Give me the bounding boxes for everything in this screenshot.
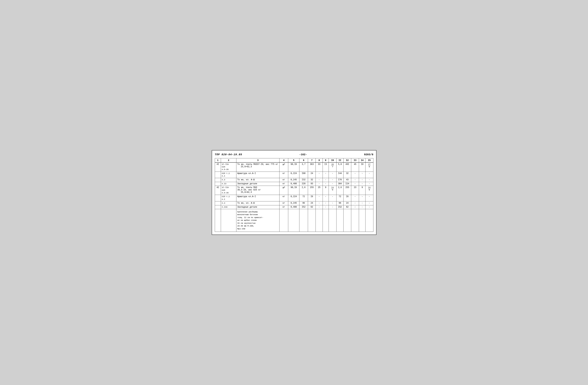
page: ТПР 820-04-19.85 -162- 9203/8 1 2 3 4 5 … xyxy=(212,150,377,235)
row-col10: - xyxy=(329,182,336,186)
row-col7: I6 xyxy=(308,195,316,202)
row-col12: 24 xyxy=(343,202,351,205)
row-col5: 0,224 xyxy=(288,172,299,178)
col-header-6: 6 xyxy=(299,158,308,162)
row-col6: 2,6 xyxy=(299,186,308,195)
row-ref: 37-7I9ССПп.5-35 xyxy=(221,186,236,195)
row-col8: - xyxy=(316,172,323,178)
row-unit: кг xyxy=(279,172,288,178)
col-header-8: 8 xyxy=(316,158,323,162)
main-table: 1 2 3 4 5 6 7 8 9 I0 II I2 I3 I4 I5 4I 3… xyxy=(215,158,373,232)
row-col15: - xyxy=(365,202,373,205)
col-header-2: 2 xyxy=(221,158,236,162)
row-col13: 23 xyxy=(351,186,359,195)
row-ref: п.I3 xyxy=(221,182,236,186)
row-col7: 62 xyxy=(308,205,316,209)
row-col15 xyxy=(365,209,373,232)
row-col11: 72 xyxy=(336,195,343,202)
row-col9: 9 xyxy=(323,186,329,195)
row-col5: 0,408 xyxy=(288,182,299,186)
row-col6: 3,7 xyxy=(299,162,308,172)
row-col12: 49I xyxy=(343,162,351,172)
row-num xyxy=(215,202,221,205)
page-header: ТПР 820-04-19.85 -162- 9203/8 xyxy=(215,153,373,157)
row-ref: п.I33 xyxy=(221,205,236,209)
row-col11: 2,6 xyxy=(336,186,343,195)
col-header-3: 3 xyxy=(236,158,279,162)
row-num: 42 xyxy=(215,186,221,195)
row-col14: - xyxy=(359,178,365,182)
row-col12: 32 xyxy=(343,172,351,178)
row-col9: - xyxy=(323,195,329,202)
row-col7: 24 xyxy=(308,172,316,178)
row-col9: - xyxy=(323,202,329,205)
row-col14 xyxy=(359,209,365,232)
row-col5: 0,224 xyxy=(288,195,299,202)
row-col12: 62 xyxy=(343,205,351,209)
row-col8 xyxy=(316,209,323,232)
col-header-14: I4 xyxy=(359,158,365,162)
row-col14: - xyxy=(359,172,365,178)
row-col13: – xyxy=(351,205,359,209)
table-row: ССП т.2п.I Арматура кл.А-I кг 0,224 72 I… xyxy=(215,195,373,202)
row-col8: - xyxy=(316,178,323,182)
row-col15: 279 xyxy=(365,162,373,172)
row-unit: кг xyxy=(279,182,288,186)
row-col13 xyxy=(351,209,359,232)
row-col9: - xyxy=(323,182,329,186)
row-col7: 363 xyxy=(308,162,316,172)
row-col5: 98,I0 xyxy=(288,186,299,195)
row-col10: I45 xyxy=(329,186,336,195)
row-col11: 96 xyxy=(336,202,343,205)
row-col12: I6 xyxy=(343,195,351,202)
row-col9: I3 xyxy=(323,162,329,172)
row-unit xyxy=(279,209,288,232)
header-title: ТПР 820-04-19.85 xyxy=(215,153,242,156)
row-num xyxy=(215,205,221,209)
table-row: п.I33 Закладные детали кг 0,408 I52 62 -… xyxy=(215,205,373,209)
row-col8: 25 xyxy=(316,186,323,195)
row-desc: То же, плиты ПКО39,5-I0, вес 825 кг I5,8… xyxy=(236,186,279,195)
row-col12: 43 xyxy=(343,178,351,182)
row-col7: 93 xyxy=(308,182,316,186)
row-num xyxy=(215,195,221,202)
row-col9 xyxy=(323,209,329,232)
row-col12 xyxy=(343,209,351,232)
row-col15: - xyxy=(365,205,373,209)
row-col11 xyxy=(336,209,343,232)
row-col6: I52 xyxy=(299,205,308,209)
col-header-12: I2 xyxy=(343,158,351,162)
col-header-7: 7 xyxy=(308,158,316,162)
row-col6: 96 xyxy=(299,202,308,205)
row-col10: - xyxy=(329,202,336,205)
row-ref: п.3 xyxy=(221,178,236,182)
row-desc: То же, кл. А-Ш xyxy=(236,178,279,182)
row-num: 4I xyxy=(215,162,221,172)
row-col13: - xyxy=(351,195,359,202)
row-col10: - xyxy=(329,172,336,178)
row-unit: М3 xyxy=(279,162,288,172)
row-col8: - xyxy=(316,205,323,209)
row-col8: 33 xyxy=(316,162,323,172)
row-col11: I52 xyxy=(336,205,343,209)
row-col6: 72 xyxy=(299,195,308,202)
row-desc: Арматура кл.А-I xyxy=(236,195,279,202)
row-col13: - xyxy=(351,178,359,182)
row-col12: 255 xyxy=(343,186,351,195)
row-col6: 228 xyxy=(299,182,308,186)
table-row: п.3 То же, кл. А-Ш кг 0,245 96 24 - - - … xyxy=(215,202,373,205)
header-right: 9203/8 xyxy=(364,153,373,156)
row-desc: То же, плиты ПКО37-I0, вес 775 кг I5,8+8… xyxy=(236,162,279,172)
row-desc: Закладные детали xyxy=(236,205,279,209)
row-unit: кг xyxy=(279,205,288,209)
row-col14: I8 xyxy=(359,162,365,172)
row-ref: ССП т.2п.I xyxy=(221,195,236,202)
row-col14: - xyxy=(359,205,365,209)
row-unit: М3 xyxy=(279,186,288,195)
row-unit: кг xyxy=(279,202,288,205)
row-col11: 304 xyxy=(336,182,343,186)
row-col13: 45 xyxy=(351,162,359,172)
row-ref: п.3 xyxy=(221,202,236,205)
row-ref: 37-7I9ССПп.5-35 xyxy=(221,162,236,172)
row-col5: 0,408 xyxy=(288,205,299,209)
